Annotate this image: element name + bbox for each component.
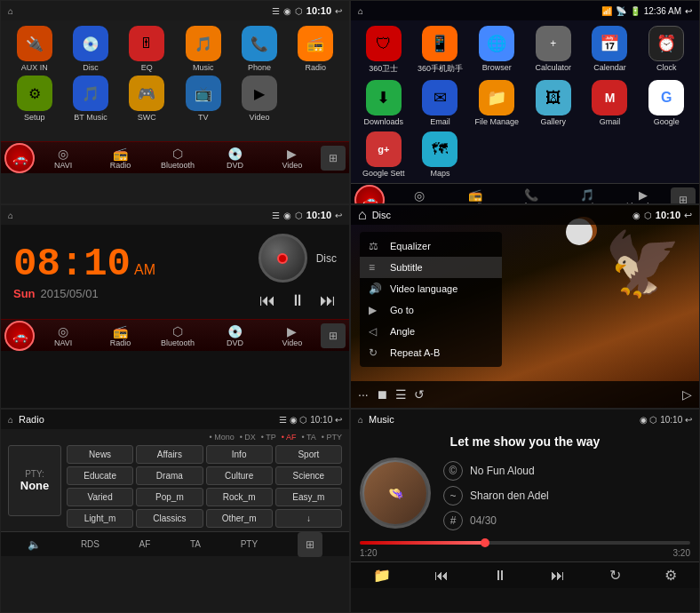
nav-item-radio-3[interactable]: 📻 Radio <box>91 324 148 347</box>
android-nav-phone[interactable]: 📞 Phone <box>504 188 560 204</box>
menu-item-goto[interactable]: ▶ Go to <box>360 299 502 321</box>
android-app-email[interactable]: ✉ Email <box>415 80 466 126</box>
app-aux-in[interactable]: 🔌 AUX IN <box>8 26 60 72</box>
music-folder-button[interactable]: 📁 <box>373 567 391 584</box>
app-radio[interactable]: 📻 Radio <box>290 26 342 72</box>
disc-return-button[interactable]: ↺ <box>414 387 425 402</box>
android-app-360[interactable]: 🛡 360卫士 <box>358 26 410 75</box>
rds-button[interactable]: RDS <box>81 539 99 549</box>
pause-button[interactable]: ⏸ <box>290 291 306 310</box>
radio-btn-info[interactable]: Info <box>206 445 273 464</box>
home-icon-2[interactable]: ⌂ <box>358 6 363 16</box>
radio-btn-affairs[interactable]: Affairs <box>136 445 203 464</box>
disc-more-button[interactable]: ··· <box>358 387 369 402</box>
radio-btn-sport[interactable]: Sport <box>275 445 342 464</box>
af-button[interactable]: AF <box>139 539 151 549</box>
android-app-maps[interactable]: 🗺 Maps <box>415 131 466 178</box>
next-button[interactable]: ⏭ <box>320 291 336 310</box>
pty-button[interactable]: PTY <box>241 539 258 549</box>
radio-btn-drama[interactable]: Drama <box>136 466 203 485</box>
app-eq[interactable]: 🎚 EQ <box>121 26 173 72</box>
radio-btn-science[interactable]: Science <box>275 466 342 485</box>
android-app-360assist[interactable]: 📱 360手机助手 <box>415 26 466 75</box>
home-icon-4[interactable]: ⌂ <box>358 207 367 223</box>
music-next-button[interactable]: ⏭ <box>551 568 565 584</box>
radio-btn-other-m[interactable]: Other_m <box>206 509 273 528</box>
nav-item-navi-3[interactable]: ◎ NAVI <box>35 324 91 347</box>
nav-item-video-3[interactable]: ▶ Video <box>264 324 321 347</box>
disc-stop-button[interactable]: ⏹ <box>376 387 388 402</box>
app-disc[interactable]: 💿 Disc <box>64 26 116 72</box>
radio-btn-varied[interactable]: Varied <box>67 488 133 506</box>
home-icon-6[interactable]: ⌂ <box>358 415 363 425</box>
progress-bar-track[interactable] <box>360 541 690 545</box>
radio-btn-pop-m[interactable]: Pop_m <box>136 488 203 506</box>
android-app-calculator[interactable]: + Calculator <box>528 26 579 75</box>
radio-btn-classics[interactable]: Classics <box>136 509 203 528</box>
nav-item-bluetooth-3[interactable]: ⬡ Bluetooth <box>149 324 206 347</box>
back-icon-6[interactable]: ↩ <box>685 415 692 425</box>
grid-layout-button[interactable]: ⊞ <box>321 146 346 171</box>
back-icon-4[interactable]: ↩ <box>684 210 692 221</box>
radio-btn-easy-m[interactable]: Easy_m <box>275 488 342 506</box>
android-app-gallery[interactable]: 🖼 Gallery <box>528 80 579 126</box>
android-app-browser[interactable]: 🌐 Browser <box>471 26 522 75</box>
android-app-clock[interactable]: ⏰ ↩ Clock <box>640 26 692 75</box>
back-icon-3[interactable]: ↩ <box>335 211 342 220</box>
grid-layout-button-3[interactable]: ⊞ <box>321 323 346 348</box>
android-app-gmail[interactable]: M Gmail <box>585 80 636 126</box>
app-phone[interactable]: 📞 Phone <box>233 26 285 72</box>
app-bt-music[interactable]: 🎵 BT Music <box>64 76 116 122</box>
app-swc[interactable]: 🎮 SWC <box>121 76 173 122</box>
home-icon[interactable]: ⌂ <box>8 6 13 16</box>
music-pause-button[interactable]: ⏸ <box>493 568 507 584</box>
nav-item-radio[interactable]: 📻 Radio <box>91 147 148 170</box>
app-tv[interactable]: 📺 TV <box>177 76 229 122</box>
android-app-calendar[interactable]: 📅 Calendar <box>585 26 636 75</box>
music-repeat-button[interactable]: ↻ <box>609 567 621 584</box>
ta-button[interactable]: TA <box>190 539 201 549</box>
radio-settings-button[interactable]: ⊞ <box>298 532 322 557</box>
car-home-button-3[interactable]: 🚗 <box>4 321 35 351</box>
back-icon-2[interactable]: ↩ <box>685 6 692 16</box>
menu-item-video-language[interactable]: 🔊 Video language <box>360 278 502 299</box>
nav-item-navi[interactable]: ◎ NAVI <box>35 147 91 170</box>
music-prev-button[interactable]: ⏮ <box>434 568 449 584</box>
menu-item-repeat[interactable]: ↻ Repeat A-B <box>360 342 502 363</box>
home-icon-5[interactable]: ⌂ <box>8 415 13 425</box>
car-home-button-2[interactable]: 🚗 <box>354 185 385 205</box>
grid-layout-button-2[interactable]: ⊞ <box>671 187 696 205</box>
nav-item-dvd-3[interactable]: 💿 DVD <box>206 324 263 347</box>
car-home-button[interactable]: 🚗 <box>4 143 35 173</box>
nav-item-bluetooth[interactable]: ⬡ Bluetooth <box>149 147 206 170</box>
menu-item-subtitle[interactable]: ≡ Subtitle <box>360 257 502 278</box>
app-setup[interactable]: ⚙ Setup <box>8 76 60 122</box>
radio-btn-culture[interactable]: Culture <box>206 466 273 485</box>
disc-next-button[interactable]: ▷ <box>682 387 692 402</box>
android-app-google-settings[interactable]: g+ Google Sett <box>358 131 410 178</box>
menu-item-equalizer[interactable]: ⚖ Equalizer <box>360 235 502 257</box>
app-music[interactable]: 🎵 Music <box>177 26 229 72</box>
android-app-downloads[interactable]: ⬇ Downloads <box>358 80 410 126</box>
radio-btn-light-m[interactable]: Light_m <box>67 509 133 528</box>
radio-btn-more[interactable]: ↓ <box>275 509 342 528</box>
back-icon-5[interactable]: ↩ <box>335 415 342 425</box>
menu-item-angle[interactable]: ◁ Angle <box>360 321 502 342</box>
radio-btn-rock-m[interactable]: Rock_m <box>206 488 273 506</box>
disc-menu-button[interactable]: ☰ <box>395 387 407 402</box>
app-video[interactable]: ▶ Video <box>233 76 285 122</box>
android-nav-video[interactable]: ▶ VideoPlayer <box>615 188 671 204</box>
android-app-files[interactable]: 📁 File Manage <box>471 80 522 126</box>
music-settings-button[interactable]: ⚙ <box>664 567 677 584</box>
android-app-google[interactable]: G Google <box>640 80 692 126</box>
radio-btn-news[interactable]: News <box>67 445 133 464</box>
back-icon[interactable]: ↩ <box>335 6 342 16</box>
android-nav-navi[interactable]: ◎ Navi <box>392 188 448 205</box>
nav-item-video[interactable]: ▶ Video <box>264 147 321 170</box>
android-nav-radio[interactable]: 📻 Radio <box>448 188 504 204</box>
home-icon-3[interactable]: ⌂ <box>8 211 13 220</box>
radio-btn-educate[interactable]: Educate <box>67 466 133 485</box>
android-nav-music[interactable]: 🎵 Music <box>559 188 615 204</box>
prev-button[interactable]: ⏮ <box>259 291 275 310</box>
nav-item-dvd[interactable]: 💿 DVD <box>206 147 263 170</box>
